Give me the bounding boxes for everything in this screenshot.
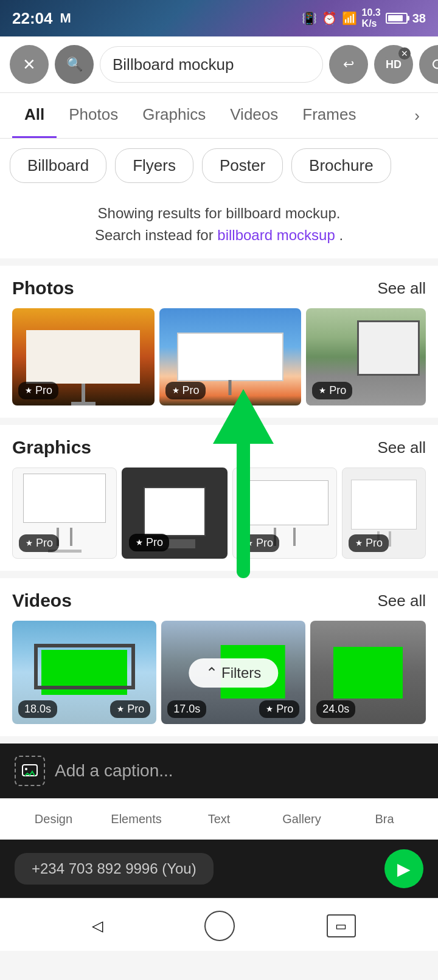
time-badge-v1: 18.0s — [18, 700, 57, 718]
chip-flyers[interactable]: Flyers — [115, 148, 193, 183]
billboard-sunset-graphic — [26, 330, 140, 384]
toolbar: ✕ 🔍 Billboard mockup ↩ HD ✕ ⟳ ☺ T ✎ — [0, 36, 438, 93]
pro-badge-g2: Pro — [129, 534, 169, 551]
videos-grid: 18.0s Pro ⌃ Filters 17.0s Pro — [12, 621, 426, 736]
graphic-item-3[interactable]: Pro — [232, 468, 337, 559]
graphics-see-all[interactable]: See all — [378, 438, 426, 457]
videos-see-all[interactable]: See all — [378, 592, 426, 610]
tab-photos[interactable]: Photos — [57, 93, 130, 138]
video-item-2[interactable]: ⌃ Filters 17.0s Pro — [161, 621, 305, 724]
pro-badge-g1: Pro — [19, 534, 59, 552]
chip-billboard[interactable]: Billboard — [10, 148, 106, 183]
photos-section-header: Photos See all — [12, 278, 426, 298]
close-button[interactable]: ✕ — [10, 45, 49, 84]
graphic-item-1[interactable]: Pro — [12, 468, 117, 559]
photos-see-all[interactable]: See all — [378, 279, 426, 298]
nav-text[interactable]: Text — [178, 807, 260, 831]
alarm-icon: ⏰ — [322, 11, 337, 26]
tabs-more-button[interactable]: › — [408, 100, 426, 131]
photo-item-1[interactable]: Pro — [12, 308, 155, 405]
filter-chips: Billboard Flyers Poster Brochure — [0, 139, 438, 193]
results-line2-pre: Search instead for — [95, 227, 217, 243]
nav-design[interactable]: Design — [12, 807, 95, 831]
tab-all[interactable]: All — [12, 93, 57, 138]
bottom-nav: Design Elements Text Gallery Bra — [0, 798, 438, 840]
send-button[interactable]: ▶ — [384, 849, 423, 888]
results-link[interactable]: billboard mocksup — [217, 227, 335, 243]
v1-frame — [34, 644, 135, 689]
svg-point-3 — [25, 768, 27, 770]
g1-leg-right — [70, 528, 72, 546]
photo-item-3[interactable]: Pro — [306, 308, 426, 405]
tab-frames[interactable]: Frames — [290, 93, 368, 138]
chip-poster[interactable]: Poster — [202, 148, 283, 183]
nav-bra[interactable]: Bra — [343, 807, 426, 831]
filters-chevron-icon: ⌃ — [206, 664, 218, 682]
tabs-container: All Photos Graphics Videos Frames › — [0, 93, 438, 139]
video-item-1[interactable]: 18.0s Pro — [12, 621, 156, 724]
undo-button[interactable]: ↩ — [329, 45, 368, 84]
videos-section: Videos See all 18.0s Pro ⌃ Filters 17.0s — [0, 578, 438, 736]
graphic-item-4[interactable]: Pro — [342, 468, 426, 559]
pro-label-v1: Pro — [127, 703, 144, 716]
pro-badge-g3: Pro — [239, 534, 279, 552]
tab-videos[interactable]: Videos — [218, 93, 290, 138]
v1-billboard — [34, 644, 135, 701]
caption-icon — [15, 756, 45, 786]
pro-label-2: Pro — [182, 384, 200, 397]
pro-label-g4: Pro — [366, 537, 383, 550]
home-bar: ◁ ▭ — [0, 898, 438, 951]
status-right: 📳 ⏰ 📶 10.3K/s 38 — [302, 7, 426, 29]
nav-elements[interactable]: Elements — [95, 807, 178, 831]
pro-badge-v2: Pro — [259, 700, 299, 718]
nav-gallery[interactable]: Gallery — [260, 807, 343, 831]
tab-graphics[interactable]: Graphics — [130, 93, 218, 138]
status-left: 22:04 M — [12, 9, 71, 28]
filters-button[interactable]: ⌃ Filters — [189, 658, 278, 688]
videos-section-header: Videos See all — [12, 590, 426, 611]
photos-title: Photos — [12, 278, 74, 298]
graphic-item-2[interactable]: Pro — [122, 468, 228, 559]
home-button[interactable] — [204, 911, 235, 941]
videos-title: Videos — [12, 590, 72, 611]
photo-item-2[interactable]: Pro — [159, 308, 302, 405]
search-icon-button[interactable]: 🔍 — [55, 45, 94, 84]
filters-label: Filters — [221, 664, 261, 682]
status-bar: 22:04 M 📳 ⏰ 📶 10.3K/s 38 — [0, 0, 438, 36]
caption-bar: Add a caption... — [0, 744, 438, 798]
graphics-title: Graphics — [12, 437, 91, 458]
signal-icon: 📶 — [342, 11, 357, 26]
time-badge-v3: 24.0s — [316, 700, 355, 718]
status-carrier: M — [60, 10, 71, 26]
pro-badge-2: Pro — [165, 382, 206, 399]
data-speed: 10.3K/s — [362, 7, 381, 29]
pro-label-g1: Pro — [36, 537, 53, 550]
video-item-3[interactable]: 24.0s — [310, 621, 426, 724]
caption-placeholder[interactable]: Add a caption... — [55, 761, 173, 781]
g3-board — [241, 480, 329, 525]
graphics-section: Graphics See all Pro Pro — [0, 425, 438, 571]
battery-percent: 38 — [412, 12, 426, 26]
crop-rotate-button[interactable]: ⟳ — [419, 45, 438, 84]
back-button[interactable]: ◁ — [82, 911, 113, 941]
hd-close-icon: ✕ — [398, 47, 411, 60]
message-bar: +234 703 892 9996 (You) ▶ — [0, 840, 438, 898]
billboard-street-graphic — [357, 320, 420, 376]
hd-button[interactable]: HD ✕ — [374, 45, 413, 84]
pro-label-g2: Pro — [146, 536, 163, 549]
graphics-section-header: Graphics See all — [12, 437, 426, 458]
search-input[interactable]: Billboard mockup — [100, 46, 323, 83]
billboard-blue-graphic — [177, 333, 283, 381]
photos-section: Photos See all Pro Pro Pro — [0, 266, 438, 418]
chip-brochure[interactable]: Brochure — [291, 148, 391, 183]
pro-badge-3: Pro — [312, 382, 352, 399]
phone-label: +234 703 892 9996 (You) — [15, 853, 214, 885]
vibrate-icon: 📳 — [302, 11, 317, 26]
g3-leg-right — [293, 528, 296, 546]
recents-button[interactable]: ▭ — [327, 914, 356, 937]
pro-label-1: Pro — [35, 384, 52, 397]
pro-badge-g4: Pro — [349, 534, 389, 552]
battery-icon — [386, 13, 408, 24]
status-time: 22:04 — [12, 9, 53, 28]
pro-label-v2: Pro — [276, 703, 293, 716]
